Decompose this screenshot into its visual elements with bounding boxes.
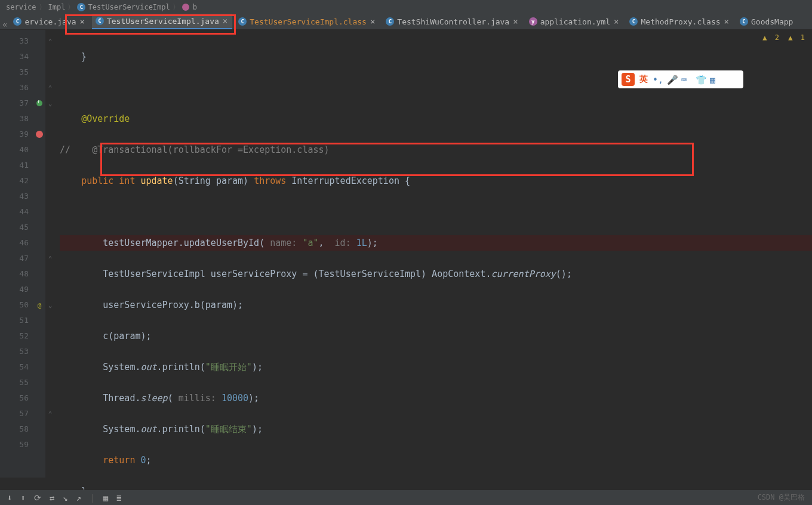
java-class-icon: C [13, 17, 21, 26]
tab-label: TestUserServiceImpl.java [107, 17, 219, 26]
fold-gutter: ⌃ ⌃ ⌄ ⌃ ⌄ ⌃ [45, 30, 55, 478]
download-icon[interactable]: ⬇ [7, 493, 12, 503]
tab-testshiwucontroller-java[interactable]: CTestShiWuController.java× [382, 14, 522, 29]
tab-testuserserviceimpl-java[interactable]: CTestUserServiceImpl.java× [92, 14, 232, 29]
code-line [60, 204, 812, 220]
java-class-icon: C [238, 17, 247, 26]
tab-application-yml[interactable]: yapplication.yml× [525, 14, 624, 29]
java-class-icon: C [740, 17, 748, 26]
tab-goodsmapper[interactable]: CGoodsMapp [736, 14, 798, 29]
tab-label: MethodProxy.class [641, 17, 720, 26]
ime-lang[interactable]: 英 [639, 74, 648, 85]
list-icon[interactable]: ≣ [116, 493, 121, 503]
editor-tabs: « Cervice.java× CTestUserServiceImpl.jav… [0, 14, 812, 30]
code-line: userServiceProxy.b(param); [60, 297, 812, 313]
punctuation-icon[interactable]: •, [653, 75, 662, 84]
tab-ervice-java[interactable]: Cervice.java× [10, 14, 90, 29]
inspection-warnings[interactable]: ▲ 2 ▲ 1 [762, 33, 805, 42]
yaml-icon: y [529, 17, 537, 26]
grid-icon[interactable]: ▦ [710, 75, 719, 84]
gutter-marks: @ [33, 30, 45, 478]
code-line: return 0; [60, 452, 812, 468]
close-icon[interactable]: × [513, 17, 518, 26]
code-line: c(param); [60, 328, 812, 344]
bc-item[interactable]: service [6, 3, 36, 11]
tab-label: ervice.java [24, 17, 76, 26]
fold-down-icon[interactable]: ⌄ [45, 297, 55, 313]
code-line: Thread.sleep( millis: 10000); [60, 390, 812, 406]
close-icon[interactable]: × [223, 16, 227, 26]
fold-up-icon[interactable]: ⌃ [45, 80, 55, 96]
fold-up-icon[interactable]: ⌃ [45, 406, 55, 421]
chevron-right-icon: 〉 [39, 2, 46, 13]
bc-item[interactable]: TestUserServiceImpl [88, 3, 170, 11]
upload-icon[interactable]: ⬆ [20, 493, 25, 503]
java-class-icon: C [629, 17, 638, 26]
close-icon[interactable]: × [370, 17, 375, 26]
method-icon [182, 4, 189, 11]
java-class-icon: C [386, 17, 394, 26]
breadcrumb: service 〉 Impl 〉 C TestUserServiceImpl 〉… [0, 0, 812, 14]
tab-label: GoodsMapp [751, 17, 793, 26]
annotation-icon[interactable]: @ [38, 301, 42, 309]
close-icon[interactable]: × [724, 17, 729, 26]
sogou-logo-icon[interactable]: S [622, 73, 635, 86]
warning-count: 1 [801, 33, 805, 42]
mic-icon[interactable]: 🎤 [667, 75, 676, 84]
grid-icon[interactable]: ▦ [103, 493, 108, 503]
bc-item[interactable]: b [193, 3, 197, 11]
code-line: public int update(String param) throws I… [60, 173, 812, 189]
code-line: } [60, 49, 812, 64]
warning-count: 2 [775, 33, 779, 42]
code-content[interactable]: } @Override // @Transactional(rollbackFo… [55, 30, 812, 478]
tab-methodproxy-class[interactable]: CMethodProxy.class× [626, 14, 734, 29]
chevron-right-icon: 〉 [173, 2, 180, 13]
keyboard-icon[interactable]: ⌨ [681, 75, 691, 84]
tab-label: TestShiWuController.java [397, 17, 509, 26]
java-class-icon: C [96, 17, 104, 25]
bc-item[interactable]: Impl [48, 3, 66, 11]
class-icon: C [77, 3, 85, 11]
breakpoint-icon[interactable] [36, 131, 43, 138]
watermark: CSDN @吴巴格 [758, 492, 805, 503]
sync-icon[interactable]: ⟳ [34, 493, 41, 503]
fold-down-icon[interactable]: ⌄ [45, 96, 55, 111]
close-icon[interactable]: × [80, 17, 85, 26]
fold-up-icon[interactable]: ⌃ [45, 33, 55, 49]
ime-toolbar[interactable]: S 英 •, 🎤 ⌨ 👕 ▦ [618, 70, 743, 88]
line-numbers: 3334353637383940414243444546474849505152… [0, 30, 33, 478]
tab-testuserserviceimpl-class[interactable]: CTestUserServiceImpl.class× [235, 14, 380, 29]
branch-down-icon[interactable]: ↘ [63, 493, 67, 503]
warning-icon: ▲ [762, 33, 767, 42]
fold-up-icon[interactable]: ⌃ [45, 251, 55, 266]
tab-label: TestUserServiceImpl.class [250, 17, 367, 26]
code-line: // @Transactional(rollbackFor =Exception… [60, 142, 812, 158]
warning-icon: ▲ [788, 33, 792, 42]
code-line: System.out.println("睡眠开始"); [60, 359, 812, 375]
code-editor[interactable]: 3334353637383940414243444546474849505152… [0, 30, 812, 478]
scroll-left-icon[interactable]: « [0, 20, 10, 29]
override-icon[interactable] [36, 100, 42, 106]
branch-up-icon[interactable]: ↗ [76, 493, 81, 503]
chevron-right-icon: 〉 [67, 2, 75, 13]
compare-icon[interactable]: ⇄ [50, 493, 54, 503]
code-line: TestUserServiceImpl userServiceProxy = (… [60, 266, 812, 282]
code-line: System.out.println("睡眠结束"); [60, 421, 812, 437]
code-line: testUserMapper.updateUserById( name: "a"… [60, 235, 812, 251]
close-icon[interactable]: × [614, 17, 619, 26]
skin-icon[interactable]: 👕 [696, 75, 705, 84]
code-line: @Override [60, 111, 812, 127]
statusbar: ⬇ ⬆ ⟳ ⇄ ↘ ↗ | ▦ ≣ CSDN @吴巴格 [0, 489, 812, 505]
tab-label: application.yml [540, 17, 610, 26]
